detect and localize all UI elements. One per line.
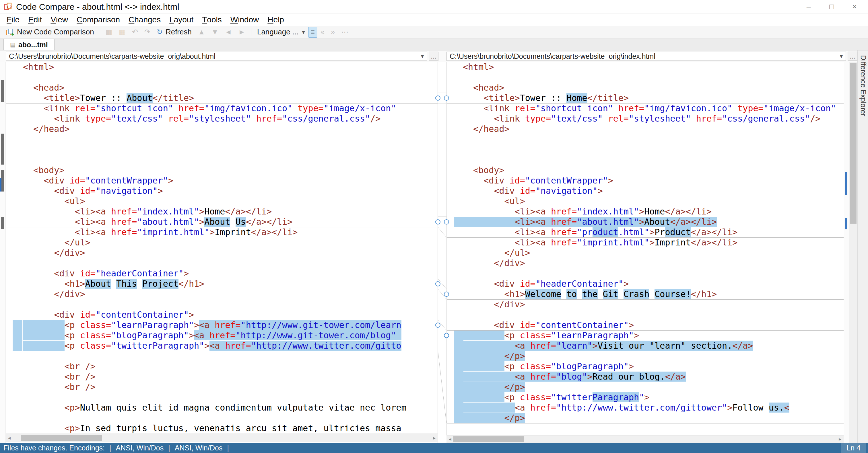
merge-to-right-button[interactable] (435, 323, 440, 328)
code-line[interactable]: </ul> (6, 237, 438, 248)
menu-item-file[interactable]: File (2, 14, 24, 26)
right-overview-gutter[interactable] (844, 62, 849, 443)
code-line[interactable]: <li><a href="imprint.html">Imprint</a></… (6, 227, 438, 237)
code-line[interactable] (6, 258, 438, 268)
code-line[interactable] (6, 299, 438, 310)
scroll-left-arrow-icon[interactable]: ◄ (446, 435, 454, 443)
code-line[interactable] (447, 144, 844, 155)
left-horizontal-scrollbar[interactable]: ◄ ► (6, 433, 438, 442)
menu-item-help[interactable]: Help (263, 14, 288, 26)
change-mark[interactable] (1, 80, 4, 102)
code-line[interactable]: <link rel="shortcut icon" href="img/favi… (6, 103, 438, 114)
code-line[interactable]: </div> (447, 258, 844, 268)
maximize-button[interactable]: □ (827, 2, 836, 11)
code-line[interactable]: <p>In sed turpis luctus, venenatis arcu … (6, 423, 438, 433)
menu-item-comparison[interactable]: Comparison (72, 14, 124, 26)
code-line[interactable]: <li><a href="product.html">Product</a></… (447, 227, 844, 237)
code-line[interactable]: <p class="blogParagraph"><a href="http:/… (6, 330, 438, 341)
merge-to-left-button[interactable] (444, 292, 449, 297)
merge-to-right-button[interactable] (435, 95, 440, 101)
code-line[interactable] (447, 268, 844, 279)
code-line[interactable]: <div id="contentContainer"> (6, 310, 438, 320)
code-line[interactable]: <li><a href="about.html">About</a></li> (447, 217, 844, 227)
code-line[interactable] (6, 134, 438, 144)
code-line[interactable]: <html> (6, 62, 438, 72)
code-line[interactable]: </ul> (447, 248, 844, 258)
chevron-down-icon[interactable]: ▾ (418, 53, 424, 60)
right-file-path-combobox[interactable]: C:\Users\brunobrito\Documents\carparts-w… (446, 52, 846, 61)
close-button[interactable]: × (849, 2, 859, 11)
code-line[interactable]: <h1>Welcome to the Git Crash Course!</h1… (447, 289, 844, 299)
code-line[interactable]: <p class="twitterParagraph"><a href="htt… (6, 341, 438, 351)
change-mark[interactable] (845, 172, 847, 195)
menu-item-changes[interactable]: Changes (124, 14, 165, 26)
menu-item-window[interactable]: Window (226, 14, 264, 26)
code-line[interactable] (6, 155, 438, 165)
merge-to-left-button[interactable] (444, 333, 449, 338)
code-line[interactable]: </head> (447, 124, 844, 134)
code-line[interactable]: <a href="http://www.twitter.com/gittower… (447, 402, 844, 413)
code-line[interactable]: <body> (447, 165, 844, 175)
code-line[interactable]: </p> (447, 351, 844, 361)
change-mark[interactable] (1, 217, 4, 229)
left-browse-button[interactable]: ... (429, 52, 438, 61)
code-line[interactable] (447, 423, 844, 433)
code-line[interactable]: <div id="contentWrapper"> (447, 175, 844, 186)
menu-item-layout[interactable]: Layout (165, 14, 198, 26)
code-line[interactable]: <title>Tower :: Home</title> (447, 93, 844, 103)
code-line[interactable] (6, 144, 438, 155)
code-line[interactable]: <head> (447, 83, 844, 93)
code-line[interactable]: <head> (6, 83, 438, 93)
code-line[interactable]: <p class="learnParagraph"> (447, 330, 844, 341)
tab-about-html[interactable]: ▤ abo...tml (3, 39, 55, 50)
code-line[interactable]: <a href="learn">Visit our "learn" sectio… (447, 341, 844, 351)
code-line[interactable]: <title>Tower :: About</title> (6, 93, 438, 103)
code-line[interactable]: <p class="learnParagraph"><a href="http:… (6, 320, 438, 330)
code-line[interactable]: </div> (6, 289, 438, 299)
code-line[interactable]: <html> (447, 62, 844, 72)
merge-to-left-button[interactable] (444, 95, 449, 101)
left-file-path-combobox[interactable]: C:\Users\brunobrito\Documents\carparts-w… (6, 52, 427, 61)
merge-to-right-button[interactable] (435, 281, 440, 286)
code-line[interactable] (6, 351, 438, 361)
minimize-button[interactable]: – (804, 2, 813, 11)
code-line[interactable]: <ul> (447, 196, 844, 206)
vertical-scrollbar[interactable] (849, 62, 857, 443)
difference-explorer-tab[interactable]: Difference Explorer (857, 51, 868, 443)
change-mark[interactable] (845, 218, 847, 229)
code-line[interactable]: <li><a href="index.html">Home</a></li> (447, 206, 844, 217)
code-line[interactable]: <div id="headerContainer"> (447, 279, 844, 289)
code-line[interactable]: </div> (447, 299, 844, 310)
code-line[interactable] (447, 155, 844, 165)
code-line[interactable]: <a href="blog">Read our blog.</a> (447, 371, 844, 382)
code-line[interactable]: </p> (447, 413, 844, 423)
left-overview-gutter[interactable] (0, 62, 6, 443)
code-line[interactable] (447, 310, 844, 320)
code-line[interactable]: </p> (447, 382, 844, 392)
right-horizontal-scrollbar[interactable]: ◄ ► (446, 435, 844, 443)
menu-item-view[interactable]: View (46, 14, 72, 26)
code-line[interactable]: <p class="blogParagraph"> (447, 361, 844, 371)
language-dropdown[interactable]: Language ...▾ (254, 27, 308, 38)
code-line[interactable]: <div id="headerContainer"> (6, 268, 438, 279)
change-mark[interactable] (1, 134, 4, 165)
code-line[interactable]: <li><a href="index.html">Home</a></li> (6, 206, 438, 217)
code-line[interactable]: <div id="navigation"> (6, 186, 438, 196)
code-line[interactable] (6, 413, 438, 423)
right-code-pane[interactable]: <html> <head> <title>Tower :: Home</titl… (446, 62, 844, 443)
chevron-down-icon[interactable]: ▾ (837, 53, 843, 60)
code-line[interactable]: <br /> (6, 371, 438, 382)
code-line[interactable]: <link rel="shortcut icon" href="img/favi… (447, 103, 844, 114)
left-code-pane[interactable]: <html> <head> <title>Tower :: About</tit… (6, 62, 438, 443)
scroll-right-arrow-icon[interactable]: ► (836, 435, 844, 443)
code-line[interactable]: </head> (6, 124, 438, 134)
current-change-mark[interactable] (0, 178, 1, 192)
code-line[interactable]: <div id="contentContainer"> (447, 320, 844, 330)
code-line[interactable] (6, 72, 438, 83)
code-line[interactable]: <ul> (6, 196, 438, 206)
refresh-button[interactable]: ↻Refresh (154, 27, 195, 38)
code-line[interactable]: <br /> (6, 361, 438, 371)
code-line[interactable]: <link type="text/css" rel="stylesheet" h… (6, 114, 438, 124)
vertical-scrollbar-thumb[interactable] (850, 63, 857, 224)
left-horizontal-scrollbar-thumb[interactable] (21, 435, 102, 441)
